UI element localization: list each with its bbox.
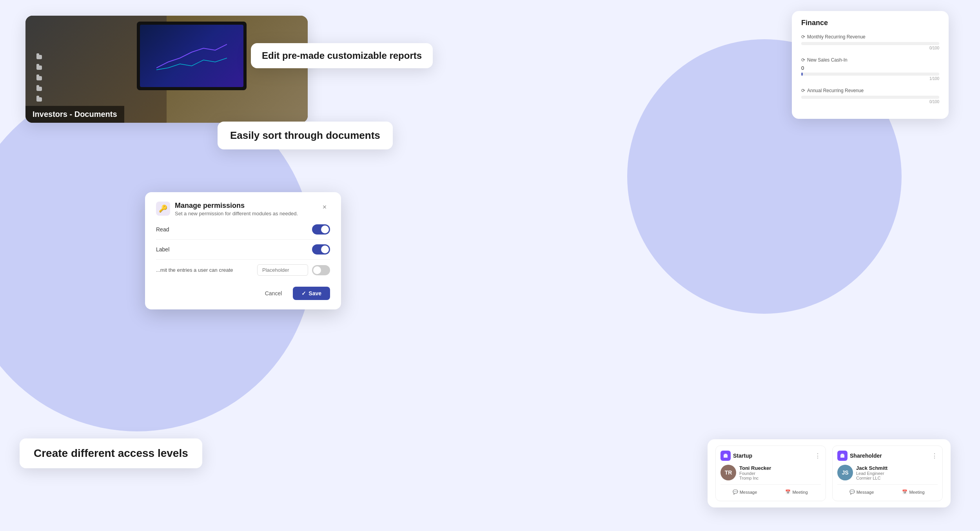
chat-panel: Startup ⋮ TR Toni Ruecker Founder Tromp … xyxy=(708,439,951,507)
finance-title: Finance xyxy=(801,19,939,27)
modal-title-block: Manage permissions Set a new permission … xyxy=(175,202,298,216)
modal-footer: Cancel ✓ Save xyxy=(156,287,330,300)
metric-value: 0 xyxy=(801,65,939,71)
entity-name: Shareholder xyxy=(850,453,882,459)
meeting-button[interactable]: 📅 Meeting xyxy=(772,488,821,496)
modal-row-limit: ...mit the entries a user can create xyxy=(156,260,330,280)
avatar-row: TR Toni Ruecker Founder Tromp Inc xyxy=(720,465,821,480)
metric-label: ⟳ Monthly Recurring Revenue xyxy=(801,34,939,40)
folder-icon xyxy=(36,97,42,102)
metric-bar-label: 0/100 xyxy=(801,100,939,104)
meeting-icon: 📅 xyxy=(785,489,791,495)
doc-hero-title: Investors - Documents xyxy=(33,110,117,118)
toggle-label-knob xyxy=(321,245,329,253)
avatar-info: Toni Ruecker Founder Tromp Inc xyxy=(739,465,771,480)
modal-close-button[interactable]: × xyxy=(319,202,330,213)
person-name: Toni Ruecker xyxy=(739,465,771,471)
entity-icon xyxy=(837,451,848,461)
chat-card: Startup ⋮ TR Toni Ruecker Founder Tromp … xyxy=(715,446,826,501)
save-checkmark-icon: ✓ xyxy=(301,290,306,296)
metric-label: ⟳ Annual Recurring Revenue xyxy=(801,88,939,93)
metric-bar-label: 0/100 xyxy=(801,46,939,50)
chat-entity: Startup xyxy=(720,451,752,461)
finance-metric: ⟳ New Sales Cash-In 0 1/100 xyxy=(801,57,939,81)
modal-key-icon: 🔑 xyxy=(156,202,170,216)
permissions-modal: 🔑 Manage permissions Set a new permissio… xyxy=(145,192,341,309)
person-company: Tromp Inc xyxy=(739,476,771,480)
metric-bar-bg xyxy=(801,73,939,76)
metric-icon: ⟳ xyxy=(801,34,805,40)
entity-name: Startup xyxy=(733,453,752,459)
modal-row-read: Read xyxy=(156,220,330,240)
metric-bar-label: 1/100 xyxy=(801,76,939,81)
toggle-read-knob xyxy=(321,225,329,233)
chat-actions: 💬 Message 📅 Meeting xyxy=(720,484,821,496)
chat-card: Shareholder ⋮ JS Jack Schmitt Lead Engin… xyxy=(832,446,943,501)
avatar: TR xyxy=(720,465,736,480)
metric-icon: ⟳ xyxy=(801,57,805,63)
person-name: Jack Schmitt xyxy=(856,465,887,471)
modal-row-label: Label xyxy=(156,240,330,260)
modal-subtitle: Set a new permission for different modul… xyxy=(175,211,298,216)
message-icon: 💬 xyxy=(849,489,855,495)
toggle-limit[interactable] xyxy=(312,265,330,275)
chat-card-header: Shareholder ⋮ xyxy=(837,451,938,461)
meeting-icon: 📅 xyxy=(902,489,907,495)
metric-bar-bg xyxy=(801,96,939,99)
chat-card-header: Startup ⋮ xyxy=(720,451,821,461)
message-button[interactable]: 💬 Message xyxy=(837,488,886,496)
modal-row-label-text: Label xyxy=(156,246,169,253)
metric-bar-fill xyxy=(801,73,803,76)
modal-title: Manage permissions xyxy=(175,202,298,210)
more-options-icon[interactable]: ⋮ xyxy=(931,452,938,460)
meeting-button[interactable]: 📅 Meeting xyxy=(889,488,938,496)
message-button[interactable]: 💬 Message xyxy=(720,488,769,496)
modal-limit-input[interactable] xyxy=(257,264,308,276)
chat-cards: Startup ⋮ TR Toni Ruecker Founder Tromp … xyxy=(715,446,943,501)
folder-icon xyxy=(36,55,42,59)
person-role: Founder xyxy=(739,471,771,476)
person-role: Lead Engineer xyxy=(856,471,887,476)
folder-icon xyxy=(36,87,42,91)
avatar: JS xyxy=(837,465,853,480)
modal-header: 🔑 Manage permissions Set a new permissio… xyxy=(156,202,330,216)
save-button[interactable]: ✓ Save xyxy=(293,287,330,300)
metric-icon: ⟳ xyxy=(801,88,805,93)
documents-panel: Investors - Documents Documents All Name… xyxy=(25,16,308,123)
entity-icon xyxy=(720,451,731,461)
finance-metric: ⟳ Annual Recurring Revenue 0/100 xyxy=(801,88,939,104)
cancel-button[interactable]: Cancel xyxy=(259,287,289,300)
toggle-label[interactable] xyxy=(312,244,330,255)
finance-panel: Finance ⟳ Monthly Recurring Revenue 0/10… xyxy=(792,11,949,119)
person-company: Cormier LLC xyxy=(856,476,887,480)
metric-bar-bg xyxy=(801,42,939,45)
message-icon: 💬 xyxy=(733,489,738,495)
modal-row-limit-text: ...mit the entries a user can create xyxy=(156,267,233,273)
metric-label: ⟳ New Sales Cash-In xyxy=(801,57,939,63)
tooltip-access-levels: Create different access levels xyxy=(20,438,202,468)
folder-icon xyxy=(36,65,42,70)
toggle-limit-knob xyxy=(313,266,321,274)
tooltip-sort-documents: Easily sort through documents xyxy=(218,122,393,149)
toggle-read[interactable] xyxy=(312,224,330,235)
chat-actions: 💬 Message 📅 Meeting xyxy=(837,484,938,496)
finance-metrics: ⟳ Monthly Recurring Revenue 0/100 ⟳ New … xyxy=(801,34,939,104)
folder-icon xyxy=(36,76,42,80)
modal-row-read-label: Read xyxy=(156,226,169,233)
doc-hero-image: Investors - Documents xyxy=(25,16,308,123)
chat-entity: Shareholder xyxy=(837,451,882,461)
tooltip-edit-reports: Edit pre-made customizable reports xyxy=(251,43,433,68)
avatar-info: Jack Schmitt Lead Engineer Cormier LLC xyxy=(856,465,887,480)
avatar-row: JS Jack Schmitt Lead Engineer Cormier LL… xyxy=(837,465,938,480)
more-options-icon[interactable]: ⋮ xyxy=(815,452,821,460)
finance-metric: ⟳ Monthly Recurring Revenue 0/100 xyxy=(801,34,939,50)
